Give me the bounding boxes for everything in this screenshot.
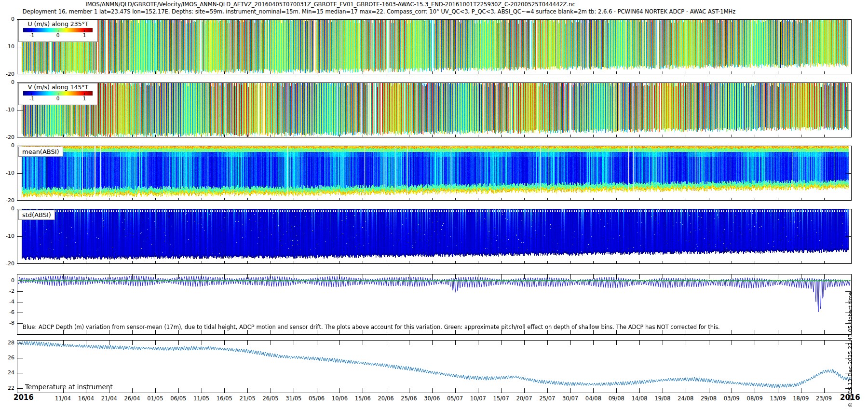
u-colorbar-ticks: -1 0 1 <box>19 32 97 39</box>
x-tick-label: 05/07 <box>444 395 467 402</box>
y-tick-label: -10 <box>0 233 14 239</box>
x-tick-label: 14/08 <box>628 395 651 402</box>
u-colorbar <box>23 28 93 32</box>
y-tick-label: 24 <box>0 369 14 376</box>
y-tick-label: -4 <box>0 299 14 305</box>
x-tick-label: 05/06 <box>305 395 328 402</box>
v-colorbar-tick-max: 1 <box>77 96 92 101</box>
x-tick-label: 30/06 <box>420 395 444 402</box>
x-tick-label: 26/04 <box>121 395 144 402</box>
y-tick-label: -20 <box>0 71 14 77</box>
y-tick-label: -10 <box>0 107 14 113</box>
x-tick-label: 15/06 <box>351 395 374 402</box>
u-legend-label: U (m/s) along 235°T <box>19 20 97 27</box>
x-tick-label: 01/05 <box>144 395 167 402</box>
v-colorbar-tick-min: -1 <box>25 96 39 101</box>
x-tick-label: 23/09 <box>813 395 836 402</box>
x-tick-label: 06/05 <box>167 395 190 402</box>
depth-variation-annotation: Blue: ADCP Depth (m) variation from sens… <box>23 324 720 330</box>
x-tick-label: 03/09 <box>720 395 743 402</box>
y-tick-label: -10 <box>0 43 14 50</box>
x-tick-label: 29/08 <box>697 395 720 402</box>
x-tick-label: 18/09 <box>789 395 813 402</box>
u-colorbar-tick-zero: 0 <box>51 32 65 38</box>
u-colorbar-tick-max: 1 <box>77 32 92 38</box>
v-colorbar <box>23 91 93 96</box>
y-tick-label: -20 <box>0 134 14 140</box>
x-tick-label: 25/06 <box>397 395 420 402</box>
imos-watermark: © IMOS 13-Dec-2025 22:43:05 Hobart time <box>847 292 854 408</box>
y-tick-label: 0 <box>0 277 14 284</box>
u-colorbar-legend: U (m/s) along 235°T -1 0 1 <box>18 20 98 42</box>
u-velocity-heatmap <box>17 19 852 74</box>
y-tick-label: 0 <box>0 16 14 22</box>
x-tick-label: 20/07 <box>513 395 536 402</box>
y-tick-label: 0 <box>0 142 14 149</box>
v-colorbar-legend: V (m/s) along 145°T -1 0 1 <box>18 83 98 105</box>
x-tick-label: 16/04 <box>74 395 97 402</box>
x-tick-label: 10/06 <box>328 395 351 402</box>
temperature-label: Temperature at instrument <box>25 383 113 391</box>
figure-subtitle-deployment: Deployment 16, member 1 lat=23.47S lon=1… <box>0 8 758 15</box>
y-tick-label: 0 <box>0 79 14 85</box>
std-absi-label: std(ABSI) <box>18 210 55 220</box>
x-tick-label: 08/09 <box>743 395 766 402</box>
u-colorbar-tick-min: -1 <box>25 32 39 38</box>
y-tick-label: -20 <box>0 197 14 204</box>
y-tick-label: -8 <box>0 320 14 326</box>
y-tick-label: 28 <box>0 340 14 346</box>
figure-title-filename: IMOS/ANMN/QLD/GBROTE/Velocity/IMOS_ANMN-… <box>0 1 661 8</box>
x-tick-label: 19/08 <box>651 395 674 402</box>
x-axis-year-left: 2016 <box>14 393 34 402</box>
x-tick-label: 20/06 <box>374 395 397 402</box>
y-tick-label: -20 <box>0 260 14 267</box>
x-tick-label: 11/05 <box>190 395 213 402</box>
v-legend-label: V (m/s) along 145°T <box>19 83 97 91</box>
y-tick-label: 0 <box>0 205 14 212</box>
std-absi-heatmap <box>17 209 852 264</box>
adcp-velocity-figure: IMOS/ANMN/QLD/GBROTE/Velocity/IMOS_ANMN-… <box>0 0 868 410</box>
temperature-plot <box>17 340 852 393</box>
mean-absi-label: mean(ABSI) <box>18 147 63 157</box>
x-tick-label: 21/05 <box>236 395 259 402</box>
x-tick-label: 30/07 <box>559 395 582 402</box>
x-tick-label: 11/04 <box>52 395 75 402</box>
x-tick-label: 16/05 <box>213 395 236 402</box>
x-tick-label: 25/07 <box>536 395 559 402</box>
x-tick-label: 21/04 <box>97 395 121 402</box>
y-tick-label: -2 <box>0 288 14 294</box>
y-tick-label: -10 <box>0 170 14 176</box>
v-colorbar-ticks: -1 0 1 <box>19 96 97 102</box>
v-colorbar-tick-zero: 0 <box>51 96 65 101</box>
x-tick-label: 13/09 <box>766 395 789 402</box>
mean-absi-heatmap <box>17 146 852 201</box>
x-tick-label: 24/08 <box>674 395 697 402</box>
x-tick-label: 10/07 <box>466 395 489 402</box>
x-tick-label: 09/08 <box>605 395 628 402</box>
y-tick-label: -6 <box>0 309 14 315</box>
x-tick-label: 15/07 <box>489 395 513 402</box>
x-tick-label: 26/05 <box>259 395 282 402</box>
y-tick-label: 22 <box>0 385 14 391</box>
x-tick-label: 31/05 <box>282 395 305 402</box>
x-tick-label: 04/08 <box>582 395 605 402</box>
v-velocity-heatmap <box>17 82 852 137</box>
y-tick-label: 26 <box>0 355 14 361</box>
